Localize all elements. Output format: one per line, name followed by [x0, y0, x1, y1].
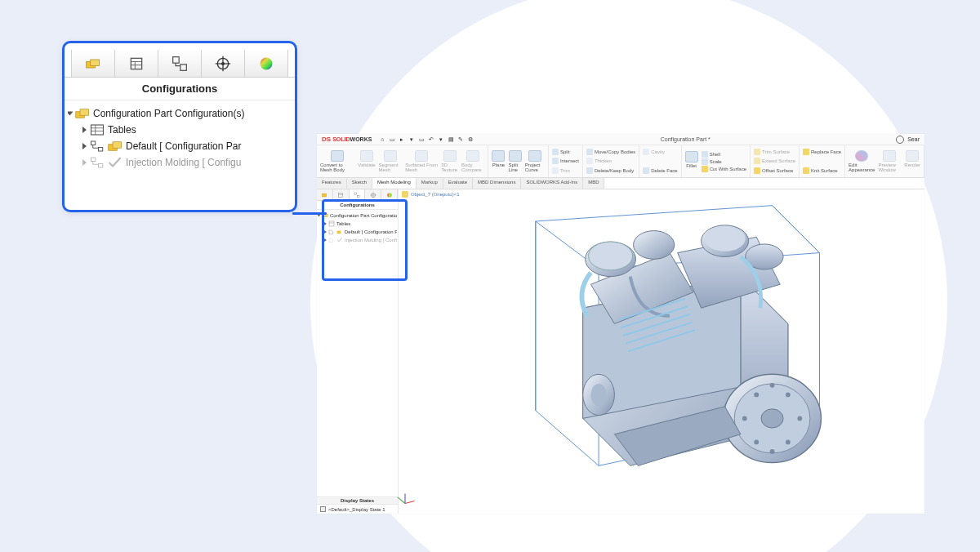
svg-rect-44 [173, 56, 180, 63]
qat-undo-icon[interactable]: ↶ [427, 136, 435, 144]
cmd-preview[interactable]: Preview Window [878, 150, 901, 172]
cmd-cavity[interactable]: Cavity [643, 149, 665, 155]
title-bar: DS SOLIDWORKS ⌂ ▭ ▸ ▾ ▭ ↶ ▾ ▤ ✎ ⚙ Config… [317, 134, 924, 145]
cmd-fillet[interactable]: Fillet [685, 151, 698, 172]
callout-tab-appearance[interactable] [245, 50, 288, 77]
qat-print-icon[interactable]: ▭ [417, 136, 425, 144]
svg-point-28 [754, 393, 759, 398]
svg-point-33 [786, 439, 791, 444]
callout-connector [292, 212, 327, 215]
cmd-project[interactable]: Project Curve [525, 150, 545, 172]
tab-addins[interactable]: SOLIDWORKS Add-Ins [521, 178, 583, 189]
display-state-item[interactable]: <Default>_Display State 1 [317, 505, 398, 514]
cmd-trimsurf[interactable]: Trim Surface [754, 149, 790, 155]
cmd-intersect[interactable]: Intersect [552, 158, 579, 164]
callout-item-tables[interactable]: Tables [68, 122, 292, 138]
config-icon [108, 140, 122, 153]
tab-mbd[interactable]: MBD [583, 178, 604, 189]
tab-features[interactable]: Features [317, 178, 347, 189]
cmd-render[interactable]: Render [904, 150, 920, 172]
cmd-trim[interactable]: Trim [552, 167, 570, 174]
qat-save-icon[interactable]: ▾ [408, 136, 416, 144]
cmd-thicken[interactable]: Thicken [586, 158, 612, 164]
cmd-shell[interactable]: Shell [702, 151, 746, 158]
qat-open-icon[interactable]: ▸ [398, 136, 406, 144]
expand-icon[interactable] [82, 159, 87, 166]
callout-item-injection[interactable]: Injection Molding [ Configu [68, 154, 292, 171]
svg-point-30 [742, 416, 747, 421]
svg-point-31 [797, 416, 802, 421]
callout-tree-root[interactable]: Configuration Part Configuration(s) [68, 105, 292, 122]
ribbon-group-appearance: Edit Appearance Preview Window Render [845, 145, 924, 177]
cmd-offsetsurf[interactable]: Offset Surface [754, 167, 793, 174]
3d-viewport[interactable]: Object_7 (Oneputo)<1 [399, 189, 924, 514]
table-icon [90, 123, 105, 136]
cmd-plane[interactable]: Plane [492, 150, 505, 172]
svg-point-15 [589, 242, 633, 270]
check-icon [108, 156, 122, 169]
qat-options-icon[interactable]: ✎ [457, 136, 465, 144]
tab-sketch[interactable]: Sketch [347, 178, 372, 189]
cmd-convert-mesh[interactable]: Convert to Mesh Body [320, 150, 354, 172]
ribbon-group-body: Split Intersect Trim [549, 145, 583, 177]
qat-home-icon[interactable]: ⌂ [378, 136, 386, 144]
solidworks-window: DS SOLIDWORKS ⌂ ▭ ▸ ▾ ▭ ↶ ▾ ▤ ✎ ⚙ Config… [317, 134, 924, 514]
cmd-movecopy[interactable]: Move/Copy Bodies [586, 149, 635, 155]
svg-point-49 [221, 61, 225, 65]
cmd-bodycmp[interactable]: Body Compare [461, 150, 485, 172]
qat-rebuild-icon[interactable]: ▤ [447, 136, 455, 144]
cmd-extendsurf[interactable]: Extend Surface [754, 158, 795, 164]
callout-tab-config[interactable] [158, 50, 202, 77]
search-icon[interactable] [896, 136, 904, 144]
ribbon-group-surface2: Replace Face Knit Surface [800, 145, 845, 177]
tab-mbd-dim[interactable]: MBD Dimensions [473, 178, 521, 189]
callout-tab-property[interactable] [115, 50, 158, 77]
cmd-replface[interactable]: Replace Face [803, 149, 841, 155]
cmd-scale[interactable]: Scale [702, 158, 746, 165]
breadcrumb[interactable]: Object_7 (Oneputo)<1 [402, 191, 460, 198]
tab-mesh-modeling[interactable]: Mesh Modeling [372, 178, 416, 189]
callout-tab-dimx[interactable] [202, 50, 245, 77]
part-icon [402, 191, 408, 198]
cmd-splitline[interactable]: Split Line [508, 150, 521, 172]
qat-redo-icon[interactable]: ▾ [437, 136, 445, 144]
ribbon-group-features: Fillet Shell Scale Cut With Surface [682, 145, 751, 177]
cmd-segment[interactable]: Segment Mesh [379, 150, 403, 172]
callout-root-label: Configuration Part Configuration(s) [93, 108, 244, 119]
svg-rect-3 [354, 193, 357, 195]
svg-point-34 [770, 383, 775, 388]
svg-rect-1 [339, 193, 343, 197]
cmd-validate[interactable]: Validate [358, 150, 375, 172]
callout-tab-feature[interactable] [71, 50, 115, 77]
expand-icon[interactable] [68, 112, 74, 116]
qat-new-icon[interactable]: ▭ [388, 136, 396, 144]
svg-point-8 [387, 193, 391, 197]
callout-source-zone [322, 199, 408, 281]
ribbon: Convert to Mesh Body Validate Segment Me… [317, 145, 924, 178]
cmd-3dtex[interactable]: 3D Texture [441, 150, 458, 172]
svg-point-37 [590, 384, 606, 406]
cmd-split[interactable]: Split [552, 149, 570, 155]
tab-evaluate[interactable]: Evaluate [443, 178, 473, 189]
svg-point-35 [770, 449, 775, 454]
cmd-delface[interactable]: Delete Face [643, 167, 677, 174]
display-states-header: Display States [317, 497, 398, 505]
cmd-editapp[interactable]: Edit Appearance [849, 150, 875, 172]
cmd-knitsurf[interactable]: Knit Surface [803, 167, 838, 174]
cmd-delkeep[interactable]: Delete/Keep Body [586, 167, 634, 174]
cmd-cutsurf[interactable]: Cut With Surface [702, 166, 746, 172]
svg-rect-4 [357, 195, 359, 198]
view-triad[interactable] [402, 489, 420, 507]
svg-rect-58 [99, 148, 103, 152]
svg-rect-62 [99, 164, 103, 168]
svg-point-29 [786, 393, 791, 398]
qat-settings-icon[interactable]: ⚙ [466, 136, 474, 144]
svg-rect-61 [91, 158, 96, 162]
tab-markup[interactable]: Markup [416, 178, 443, 189]
svg-rect-53 [91, 125, 104, 135]
expand-icon[interactable] [82, 143, 87, 149]
callout-item-default[interactable]: Default [ Configuration Par [68, 138, 292, 154]
quick-access-toolbar: ⌂ ▭ ▸ ▾ ▭ ↶ ▾ ▤ ✎ ⚙ [378, 136, 474, 144]
expand-icon[interactable] [82, 127, 87, 133]
cmd-surfaced[interactable]: Surfaced From Mesh [405, 150, 438, 172]
